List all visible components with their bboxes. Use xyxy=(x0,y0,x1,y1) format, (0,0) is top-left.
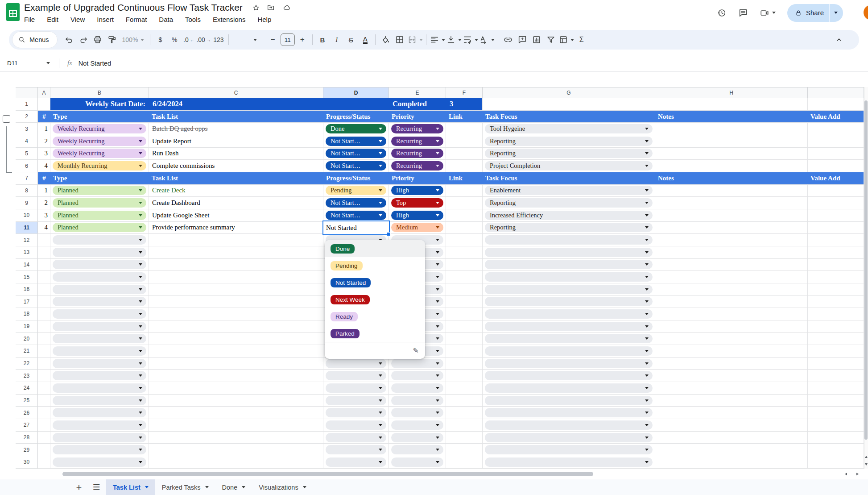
column-header-blank[interactable] xyxy=(808,87,864,98)
row-header-19[interactable]: 19 xyxy=(16,320,38,333)
task-focus-dropdown[interactable]: Tool Hygeine xyxy=(485,124,653,133)
cell-A29[interactable] xyxy=(38,444,50,456)
task-focus-dropdown[interactable]: Enablement xyxy=(485,186,653,195)
cell-E6[interactable]: Recurring xyxy=(389,160,446,172)
row-header-10[interactable]: 10 xyxy=(16,209,38,222)
cell-F25[interactable] xyxy=(446,395,483,407)
empty-type-dropdown[interactable] xyxy=(53,346,146,356)
cell-E4[interactable]: Recurring xyxy=(389,135,446,148)
cell-I29[interactable] xyxy=(808,444,864,456)
empty-task-focus-dropdown[interactable] xyxy=(485,285,653,294)
cell-A24[interactable] xyxy=(38,382,50,395)
cell-C4[interactable]: Update Report xyxy=(149,135,323,148)
cell-A30[interactable] xyxy=(38,456,50,469)
cell-G13[interactable] xyxy=(483,246,655,259)
cell-H6[interactable] xyxy=(655,160,808,172)
cell-B5[interactable]: Weekly Recurring xyxy=(50,148,149,160)
row-header-30[interactable]: 30 xyxy=(16,456,38,469)
cell-H23[interactable] xyxy=(655,370,808,382)
fill-handle[interactable] xyxy=(387,232,391,236)
cell-E27[interactable] xyxy=(389,419,446,432)
cell-C27[interactable] xyxy=(149,419,323,432)
row-header-2[interactable]: 2 xyxy=(16,111,38,123)
cell-A23[interactable] xyxy=(38,370,50,382)
empty-type-dropdown[interactable] xyxy=(53,396,146,405)
cell-A10[interactable]: 3 xyxy=(38,209,50,222)
cell-E22[interactable] xyxy=(389,358,446,370)
cell-G20[interactable] xyxy=(483,333,655,345)
fill-color-button[interactable] xyxy=(379,33,392,46)
cell-D4[interactable]: Not Start… xyxy=(323,135,389,148)
cell-I21[interactable] xyxy=(808,345,864,358)
empty-task-focus-dropdown[interactable] xyxy=(485,420,653,430)
format-currency-button[interactable]: $ xyxy=(153,33,167,46)
cell-D5[interactable]: Not Start… xyxy=(323,148,389,160)
cell-F26[interactable] xyxy=(446,407,483,419)
cell-E8[interactable]: High xyxy=(389,185,446,197)
cell-B9[interactable]: Planned xyxy=(50,197,149,209)
empty-type-dropdown[interactable] xyxy=(53,458,146,467)
row-header-23[interactable]: 23 xyxy=(16,370,38,382)
scroll-right-button[interactable] xyxy=(854,470,861,478)
cell-F12[interactable] xyxy=(446,234,483,246)
cell-D30[interactable] xyxy=(323,456,389,469)
empty-status-dropdown[interactable] xyxy=(326,433,386,442)
cell-A12[interactable] xyxy=(38,234,50,246)
cell-A8[interactable]: 1 xyxy=(38,185,50,197)
cell-A20[interactable] xyxy=(38,333,50,345)
cell-D27[interactable] xyxy=(323,419,389,432)
column-header-C[interactable]: C xyxy=(149,87,323,98)
cell-E3[interactable]: Recurring xyxy=(389,123,446,135)
cell-H26[interactable] xyxy=(655,407,808,419)
empty-status-dropdown[interactable] xyxy=(326,396,386,405)
cell-I23[interactable] xyxy=(808,370,864,382)
cell-B12[interactable] xyxy=(50,234,149,246)
cell-G3[interactable]: Tool Hygeine xyxy=(483,123,655,135)
cell-A27[interactable] xyxy=(38,419,50,432)
cell-B6[interactable]: Monthly Recurring xyxy=(50,160,149,172)
select-all-corner[interactable] xyxy=(16,87,38,98)
cell-F4[interactable] xyxy=(446,135,483,148)
row-header-9[interactable]: 9 xyxy=(16,197,38,209)
cell-H11[interactable] xyxy=(655,222,808,234)
status-chip[interactable]: Not Start… xyxy=(326,211,386,220)
cell-I14[interactable] xyxy=(808,259,864,271)
row-header-22[interactable]: 22 xyxy=(16,358,38,370)
name-box[interactable]: D11 xyxy=(0,60,54,67)
cell-F17[interactable] xyxy=(446,296,483,308)
paint-format-button[interactable] xyxy=(105,33,119,46)
popup-option-next-week[interactable]: Next Week xyxy=(325,291,425,308)
empty-status-dropdown[interactable] xyxy=(326,420,386,430)
cell-G14[interactable] xyxy=(483,259,655,271)
empty-task-focus-dropdown[interactable] xyxy=(485,408,653,417)
status-chip[interactable]: Not Start… xyxy=(326,149,386,158)
row-header-27[interactable]: 27 xyxy=(16,419,38,432)
row-header-8[interactable]: 8 xyxy=(16,185,38,197)
cell-B16[interactable] xyxy=(50,283,149,296)
cell-C5[interactable]: Run Dash xyxy=(149,148,323,160)
empty-task-focus-dropdown[interactable] xyxy=(485,309,653,319)
task-focus-dropdown[interactable]: Reporting xyxy=(485,223,653,232)
cell-F28[interactable] xyxy=(446,432,483,444)
row-header-14[interactable]: 14 xyxy=(16,259,38,271)
row-header-29[interactable]: 29 xyxy=(16,444,38,456)
sheet-tab-parked-tasks[interactable]: Parked Tasks xyxy=(155,479,215,495)
cell-F24[interactable] xyxy=(446,382,483,395)
cell-I16[interactable] xyxy=(808,283,864,296)
move-to-folder-icon[interactable] xyxy=(267,4,275,12)
cell-B17[interactable] xyxy=(50,296,149,308)
cell-I9[interactable] xyxy=(808,197,864,209)
cell-F10[interactable] xyxy=(446,209,483,222)
row-header-3[interactable]: 3 xyxy=(16,123,38,135)
empty-type-dropdown[interactable] xyxy=(53,297,146,306)
empty-type-dropdown[interactable] xyxy=(53,322,146,331)
cell-B24[interactable] xyxy=(50,382,149,395)
cell-B4[interactable]: Weekly Recurring xyxy=(50,135,149,148)
cell-A16[interactable] xyxy=(38,283,50,296)
cell-I19[interactable] xyxy=(808,320,864,333)
row-header-13[interactable]: 13 xyxy=(16,246,38,259)
column-header-D[interactable]: D xyxy=(323,87,389,98)
empty-task-focus-dropdown[interactable] xyxy=(485,458,653,467)
cell-I1[interactable] xyxy=(808,98,864,111)
table-header-row[interactable]: #TypeTask ListProgress/StatusPriorityLin… xyxy=(38,172,864,185)
